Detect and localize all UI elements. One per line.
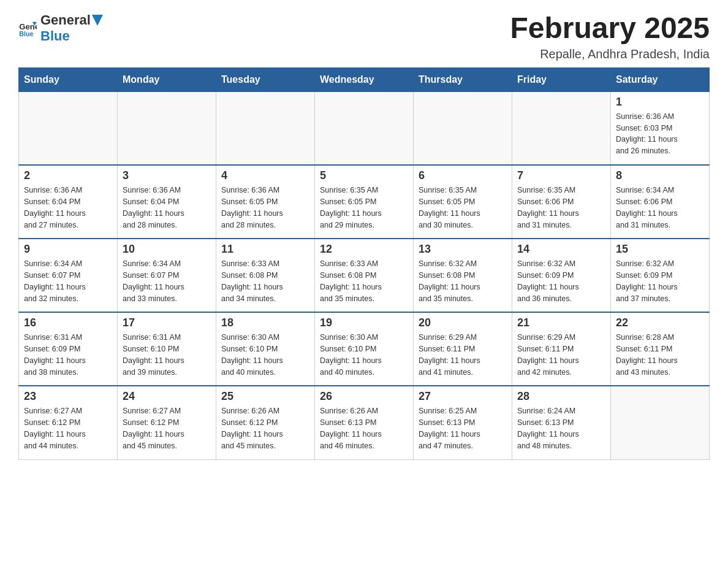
day-number: 24 <box>123 390 211 403</box>
calendar-cell <box>512 91 611 165</box>
day-info: Sunrise: 6:27 AM Sunset: 6:12 PM Dayligh… <box>123 405 211 451</box>
logo-icon: General Blue <box>18 19 37 37</box>
day-number: 2 <box>24 169 112 182</box>
day-info: Sunrise: 6:24 AM Sunset: 6:13 PM Dayligh… <box>517 405 605 451</box>
day-info: Sunrise: 6:31 AM Sunset: 6:10 PM Dayligh… <box>123 332 211 378</box>
col-monday: Monday <box>118 67 216 91</box>
calendar-cell: 12Sunrise: 6:33 AM Sunset: 6:08 PM Dayli… <box>315 239 414 312</box>
day-number: 5 <box>320 169 408 182</box>
day-info: Sunrise: 6:36 AM Sunset: 6:05 PM Dayligh… <box>221 185 309 231</box>
day-number: 3 <box>123 169 211 182</box>
calendar-cell: 25Sunrise: 6:26 AM Sunset: 6:12 PM Dayli… <box>216 386 315 459</box>
day-info: Sunrise: 6:27 AM Sunset: 6:12 PM Dayligh… <box>24 405 112 451</box>
day-info: Sunrise: 6:36 AM Sunset: 6:04 PM Dayligh… <box>24 185 112 231</box>
day-number: 9 <box>24 243 112 256</box>
day-info: Sunrise: 6:36 AM Sunset: 6:04 PM Dayligh… <box>123 185 211 231</box>
calendar-cell: 27Sunrise: 6:25 AM Sunset: 6:13 PM Dayli… <box>414 386 512 459</box>
svg-marker-3 <box>92 15 103 26</box>
day-number: 4 <box>221 169 309 182</box>
logo-general-text: General <box>40 12 91 28</box>
day-info: Sunrise: 6:29 AM Sunset: 6:11 PM Dayligh… <box>517 332 605 378</box>
day-number: 11 <box>221 243 309 256</box>
calendar-cell: 10Sunrise: 6:34 AM Sunset: 6:07 PM Dayli… <box>118 239 216 312</box>
day-number: 27 <box>419 390 507 403</box>
day-number: 16 <box>24 316 112 329</box>
calendar-cell: 26Sunrise: 6:26 AM Sunset: 6:13 PM Dayli… <box>315 386 414 459</box>
day-number: 28 <box>517 390 605 403</box>
calendar-cell: 15Sunrise: 6:32 AM Sunset: 6:09 PM Dayli… <box>611 239 710 312</box>
day-info: Sunrise: 6:34 AM Sunset: 6:07 PM Dayligh… <box>123 258 211 304</box>
calendar-cell: 13Sunrise: 6:32 AM Sunset: 6:08 PM Dayli… <box>414 239 512 312</box>
day-number: 15 <box>616 243 704 256</box>
calendar-cell: 14Sunrise: 6:32 AM Sunset: 6:09 PM Dayli… <box>512 239 611 312</box>
day-number: 8 <box>616 169 704 182</box>
calendar-cell: 22Sunrise: 6:28 AM Sunset: 6:11 PM Dayli… <box>611 312 710 386</box>
location-label: Repalle, Andhra Pradesh, India <box>510 47 710 61</box>
day-number: 10 <box>123 243 211 256</box>
logo-blue-text: Blue <box>40 28 70 44</box>
day-info: Sunrise: 6:26 AM Sunset: 6:12 PM Dayligh… <box>221 405 309 451</box>
calendar-cell: 24Sunrise: 6:27 AM Sunset: 6:12 PM Dayli… <box>118 386 216 459</box>
calendar-cell: 17Sunrise: 6:31 AM Sunset: 6:10 PM Dayli… <box>118 312 216 386</box>
day-number: 1 <box>616 96 704 109</box>
month-title: February 2025 <box>510 12 710 45</box>
calendar-week-row: 2Sunrise: 6:36 AM Sunset: 6:04 PM Daylig… <box>19 165 710 239</box>
day-info: Sunrise: 6:30 AM Sunset: 6:10 PM Dayligh… <box>320 332 408 378</box>
calendar-week-row: 1Sunrise: 6:36 AM Sunset: 6:03 PM Daylig… <box>19 91 710 165</box>
day-number: 20 <box>419 316 507 329</box>
calendar-cell <box>611 386 710 459</box>
calendar-cell: 3Sunrise: 6:36 AM Sunset: 6:04 PM Daylig… <box>118 165 216 239</box>
calendar-cell: 16Sunrise: 6:31 AM Sunset: 6:09 PM Dayli… <box>19 312 118 386</box>
calendar-cell <box>19 91 118 165</box>
calendar-table: Sunday Monday Tuesday Wednesday Thursday… <box>18 67 710 460</box>
calendar-cell: 28Sunrise: 6:24 AM Sunset: 6:13 PM Dayli… <box>512 386 611 459</box>
calendar-cell: 20Sunrise: 6:29 AM Sunset: 6:11 PM Dayli… <box>414 312 512 386</box>
calendar-cell: 5Sunrise: 6:35 AM Sunset: 6:05 PM Daylig… <box>315 165 414 239</box>
day-info: Sunrise: 6:26 AM Sunset: 6:13 PM Dayligh… <box>320 405 408 451</box>
day-number: 26 <box>320 390 408 403</box>
day-number: 25 <box>221 390 309 403</box>
day-info: Sunrise: 6:32 AM Sunset: 6:09 PM Dayligh… <box>517 258 605 304</box>
day-info: Sunrise: 6:34 AM Sunset: 6:07 PM Dayligh… <box>24 258 112 304</box>
day-number: 13 <box>419 243 507 256</box>
day-info: Sunrise: 6:28 AM Sunset: 6:11 PM Dayligh… <box>616 332 704 378</box>
calendar-cell <box>118 91 216 165</box>
calendar-cell <box>315 91 414 165</box>
day-info: Sunrise: 6:34 AM Sunset: 6:06 PM Dayligh… <box>616 185 704 231</box>
logo-triangle-icon <box>92 15 103 26</box>
col-tuesday: Tuesday <box>216 67 315 91</box>
col-saturday: Saturday <box>611 67 710 91</box>
day-info: Sunrise: 6:35 AM Sunset: 6:05 PM Dayligh… <box>419 185 507 231</box>
day-number: 14 <box>517 243 605 256</box>
calendar-cell: 21Sunrise: 6:29 AM Sunset: 6:11 PM Dayli… <box>512 312 611 386</box>
calendar-week-row: 23Sunrise: 6:27 AM Sunset: 6:12 PM Dayli… <box>19 386 710 459</box>
day-info: Sunrise: 6:35 AM Sunset: 6:05 PM Dayligh… <box>320 185 408 231</box>
logo: General Blue General Blue <box>18 12 104 44</box>
col-sunday: Sunday <box>19 67 118 91</box>
calendar-cell: 4Sunrise: 6:36 AM Sunset: 6:05 PM Daylig… <box>216 165 315 239</box>
day-number: 12 <box>320 243 408 256</box>
calendar-cell: 8Sunrise: 6:34 AM Sunset: 6:06 PM Daylig… <box>611 165 710 239</box>
calendar-cell: 19Sunrise: 6:30 AM Sunset: 6:10 PM Dayli… <box>315 312 414 386</box>
day-info: Sunrise: 6:32 AM Sunset: 6:08 PM Dayligh… <box>419 258 507 304</box>
col-thursday: Thursday <box>414 67 512 91</box>
calendar-cell: 2Sunrise: 6:36 AM Sunset: 6:04 PM Daylig… <box>19 165 118 239</box>
calendar-week-row: 16Sunrise: 6:31 AM Sunset: 6:09 PM Dayli… <box>19 312 710 386</box>
day-number: 6 <box>419 169 507 182</box>
col-wednesday: Wednesday <box>315 67 414 91</box>
day-info: Sunrise: 6:35 AM Sunset: 6:06 PM Dayligh… <box>517 185 605 231</box>
svg-text:Blue: Blue <box>19 30 33 37</box>
day-number: 23 <box>24 390 112 403</box>
calendar-cell: 18Sunrise: 6:30 AM Sunset: 6:10 PM Dayli… <box>216 312 315 386</box>
day-number: 17 <box>123 316 211 329</box>
calendar-header-row: Sunday Monday Tuesday Wednesday Thursday… <box>19 67 710 91</box>
calendar-week-row: 9Sunrise: 6:34 AM Sunset: 6:07 PM Daylig… <box>19 239 710 312</box>
calendar-cell <box>216 91 315 165</box>
day-number: 22 <box>616 316 704 329</box>
calendar-cell: 1Sunrise: 6:36 AM Sunset: 6:03 PM Daylig… <box>611 91 710 165</box>
day-number: 21 <box>517 316 605 329</box>
calendar-cell: 23Sunrise: 6:27 AM Sunset: 6:12 PM Dayli… <box>19 386 118 459</box>
calendar-cell <box>414 91 512 165</box>
calendar-cell: 11Sunrise: 6:33 AM Sunset: 6:08 PM Dayli… <box>216 239 315 312</box>
day-info: Sunrise: 6:33 AM Sunset: 6:08 PM Dayligh… <box>320 258 408 304</box>
